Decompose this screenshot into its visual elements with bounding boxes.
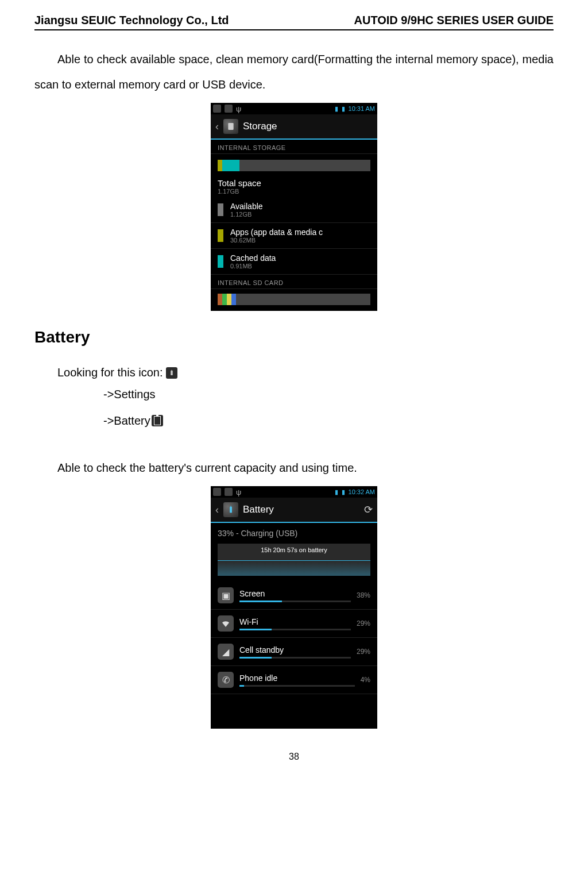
img-status-icon [225, 105, 233, 113]
battery-description: Able to check the battery's current capa… [34, 455, 554, 480]
battery-screenshot: ▮ ▮ 10:32 AM ‹ Battery ⟳ 33% - Charging … [211, 486, 377, 729]
battery-row-phone-idle[interactable]: ✆ Phone idle 4% [211, 666, 377, 694]
apps-row[interactable]: Apps (app data & media c 30.62MB [211, 223, 377, 249]
screen-pct: 38% [357, 591, 370, 599]
storage-usage-bar [218, 160, 370, 171]
cached-swatch [218, 255, 223, 268]
refresh-icon[interactable]: ⟳ [364, 503, 373, 516]
signal-icon: ▮ [335, 105, 338, 113]
wifi-pct: 29% [357, 619, 370, 628]
available-value: 1.12GB [230, 211, 263, 218]
sd-usage-bar [218, 294, 370, 305]
phone-idle-pct: 4% [361, 676, 370, 684]
phone-idle-label: Phone idle [239, 673, 277, 683]
sd-status-icon-2 [213, 488, 221, 496]
cached-value: 0.91MB [230, 263, 276, 270]
screen-icon: ▣ [218, 587, 234, 603]
usb-status-icon-2 [236, 488, 241, 496]
wifi-icon [218, 615, 234, 632]
battery-settings-icon [166, 367, 177, 379]
apps-label: Apps (app data & media c [230, 228, 323, 237]
battery-title-icon [223, 502, 238, 517]
battery-row-cell[interactable]: ◢ Cell standby 29% [211, 638, 377, 666]
internal-storage-label: INTERNAL STORAGE [211, 140, 377, 154]
svg-rect-2 [172, 369, 172, 370]
internal-sd-label: INTERNAL SD CARD [211, 275, 377, 289]
storage-title-icon [223, 119, 238, 134]
battery-graph-label: 15h 20m 57s on battery [222, 546, 366, 553]
battery-small-icon [152, 415, 163, 426]
usb-status-icon [236, 105, 241, 113]
svg-rect-4 [230, 506, 231, 506]
cached-row[interactable]: Cached data 0.91MB [211, 249, 377, 275]
signal-icon-2: ▮ [335, 488, 338, 496]
svg-rect-1 [171, 370, 173, 375]
nav-battery: ->Battery [103, 409, 150, 432]
status-time: 10:31 AM [349, 105, 375, 112]
sd-status-icon [213, 105, 221, 113]
cell-standby-icon: ◢ [218, 644, 234, 660]
header-right: AUTOID 9/9HC SERIES USER GUIDE [354, 14, 554, 27]
svg-rect-0 [228, 123, 233, 130]
looking-label: Looking for this icon: [57, 366, 163, 379]
total-space-label: Total space [218, 178, 370, 188]
back-icon-2[interactable]: ‹ [215, 504, 219, 516]
battery-row-wifi[interactable]: Wi-Fi 29% [211, 610, 377, 638]
battery-status-icon-2: ▮ [342, 488, 345, 496]
cell-pct: 29% [357, 648, 370, 656]
available-row[interactable]: Available 1.12GB [211, 197, 377, 223]
battery-row-screen[interactable]: ▣ Screen 38% [211, 582, 377, 610]
header-left: Jiangsu SEUIC Technology Co., Ltd [34, 14, 229, 27]
img-status-icon-2 [225, 488, 233, 496]
svg-rect-3 [230, 507, 232, 513]
total-space-row: Total space 1.17GB [211, 175, 377, 197]
phone-idle-icon: ✆ [218, 672, 234, 688]
apps-swatch [218, 229, 223, 242]
wifi-label: Wi-Fi [239, 617, 258, 626]
storage-title: Storage [243, 121, 277, 132]
apps-value: 30.62MB [230, 237, 323, 244]
cell-label: Cell standby [239, 645, 284, 655]
page-number: 38 [34, 752, 554, 762]
back-icon[interactable]: ‹ [215, 121, 219, 133]
available-swatch [218, 203, 223, 216]
total-space-value: 1.17GB [218, 188, 370, 195]
cached-label: Cached data [230, 253, 276, 263]
available-label: Available [230, 202, 263, 211]
intro-paragraph: Able to check available space, clean mem… [34, 47, 554, 97]
storage-screenshot: ▮ ▮ 10:31 AM ‹ Storage INTERNAL STORAGE … [211, 103, 377, 311]
nav-settings: ->Settings [103, 383, 156, 406]
battery-status-icon: ▮ [342, 105, 345, 113]
battery-graph[interactable]: 15h 20m 57s on battery [218, 544, 370, 576]
screen-label: Screen [239, 589, 265, 598]
status-time-2: 10:32 AM [349, 488, 375, 495]
battery-title: Battery [243, 504, 274, 515]
battery-heading: Battery [34, 328, 554, 347]
battery-status-line: 33% - Charging (USB) [211, 523, 377, 541]
